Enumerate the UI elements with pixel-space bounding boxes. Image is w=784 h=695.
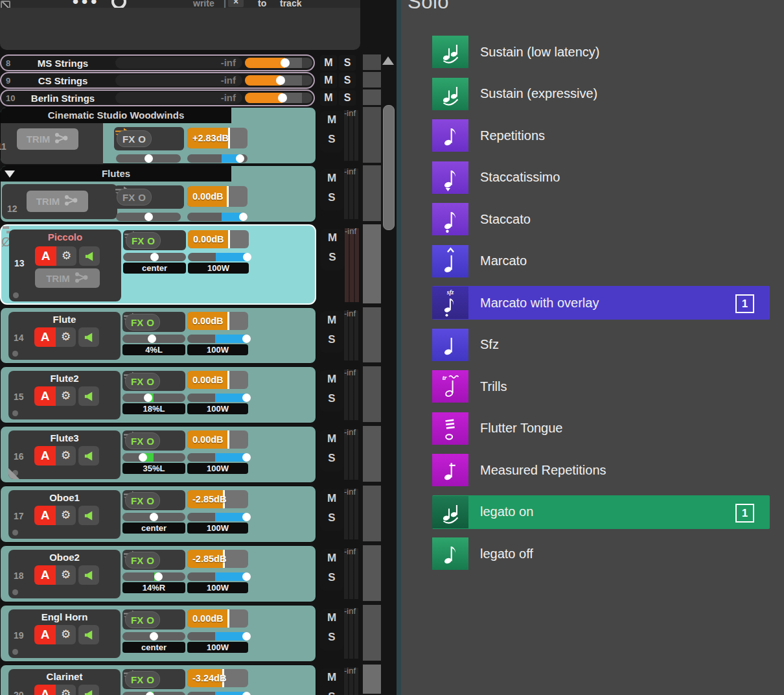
track-panel[interactable]: Oboe218A⚙FXO-2.85dB14%R100WMS-inf <box>0 545 316 602</box>
edit-icon[interactable] <box>1 1 10 8</box>
volume-field[interactable]: 0.00dB <box>187 312 248 330</box>
track-name[interactable]: Berlin Strings <box>12 93 114 104</box>
solo-button[interactable]: S <box>320 191 343 204</box>
width-slider[interactable] <box>187 213 248 221</box>
solo-button[interactable]: S <box>320 571 343 584</box>
articulation-item[interactable]: Measured Repetitions <box>432 453 770 487</box>
pan-slider[interactable] <box>122 453 185 462</box>
volume-field[interactable]: -2.85dB <box>187 490 248 508</box>
fx-button[interactable]: FXO <box>125 432 160 449</box>
fx-button[interactable]: FXO <box>125 671 160 688</box>
mute-button[interactable]: M <box>320 611 343 624</box>
monitor-speaker-icon[interactable] <box>78 685 99 695</box>
mute-button[interactable]: M <box>320 113 343 126</box>
track-name-panel[interactable]: Piccolo13A⚙TRIM <box>9 230 121 301</box>
width-slider[interactable] <box>187 572 248 581</box>
mute-button[interactable]: M <box>320 492 343 505</box>
track-folder-header[interactable]: Cinematic Studio Woodwinds <box>1 108 231 123</box>
record-arm-button[interactable]: A <box>35 246 56 266</box>
trim-envelope-button[interactable]: TRIM <box>35 268 100 288</box>
gear-icon[interactable]: ⚙ <box>56 327 76 347</box>
solo-button[interactable]: S <box>320 333 343 346</box>
width-slider[interactable] <box>187 632 248 641</box>
volume-slider[interactable] <box>245 93 312 103</box>
ellipsis-icon[interactable]: ••• <box>73 0 100 8</box>
monitor-speaker-icon[interactable] <box>78 625 99 644</box>
panel-divider[interactable] <box>397 0 401 695</box>
gear-icon[interactable]: ⚙ <box>56 386 76 406</box>
volume-value-field[interactable]: -inf <box>115 92 242 104</box>
volume-value-field[interactable]: -inf <box>115 57 242 69</box>
track-panel[interactable]: Flutes12TRIMFXO0.00dBMS-inf <box>0 165 316 222</box>
volume-field[interactable]: 0.00dB <box>187 371 248 389</box>
articulation-item[interactable]: Marcato <box>432 244 770 278</box>
gear-icon[interactable]: ⚙ <box>56 506 76 525</box>
volume-field[interactable]: -2.85dB <box>187 550 248 568</box>
pan-slider[interactable] <box>123 253 186 261</box>
width-slider[interactable] <box>187 692 248 695</box>
gear-icon[interactable]: ⚙ <box>56 446 76 465</box>
record-arm-button[interactable]: A <box>34 446 56 465</box>
mute-button[interactable]: M <box>320 73 337 88</box>
track-panel[interactable]: Oboe117A⚙FXO-2.85dBcenter100WMS-inf <box>0 486 316 543</box>
volume-field[interactable]: 0.00dB <box>187 609 248 628</box>
solo-button[interactable]: S <box>320 392 343 405</box>
trim-envelope-button[interactable]: TRIM <box>17 128 78 150</box>
solo-button[interactable]: S <box>339 90 356 106</box>
volume-field[interactable]: 0.00dB <box>187 430 248 449</box>
volume-slider[interactable] <box>245 58 312 68</box>
write-label[interactable]: write <box>193 0 214 8</box>
trim-envelope-button[interactable]: TRIM <box>27 191 88 212</box>
fx-button[interactable]: FXO <box>126 232 161 249</box>
mute-button[interactable]: M <box>320 55 337 71</box>
articulation-item[interactable]: legato on1 <box>432 495 770 529</box>
fx-button[interactable]: FXO <box>125 492 160 509</box>
pan-slider[interactable] <box>122 692 185 695</box>
mute-button[interactable]: M <box>320 671 343 684</box>
pan-slider[interactable] <box>122 572 185 581</box>
articulation-item[interactable]: Flutter Tongue <box>432 412 770 445</box>
gear-icon[interactable]: ⚙ <box>56 685 76 695</box>
fx-button[interactable]: FXO <box>117 130 152 147</box>
record-arm-button[interactable]: A <box>34 327 56 347</box>
track-name-panel[interactable]: Flute316A⚙ <box>8 430 121 479</box>
close-icon[interactable]: × <box>228 0 244 7</box>
articulation-item[interactable]: Sustain (low latency) <box>432 35 770 69</box>
scroll-up-icon[interactable] <box>382 56 394 65</box>
articulation-item[interactable]: sfzMarcato with overlay1 <box>432 286 770 320</box>
track-folder-header[interactable]: Flutes <box>1 166 231 182</box>
track-name-panel[interactable]: Oboe117A⚙ <box>8 490 121 539</box>
monitor-speaker-icon[interactable] <box>78 565 99 585</box>
track-name-panel[interactable]: Flute215A⚙ <box>8 371 121 419</box>
volume-field[interactable]: -3.24dB <box>187 669 248 687</box>
collapse-chevron-icon[interactable] <box>5 171 15 178</box>
pan-slider[interactable] <box>122 335 185 343</box>
track-row-compact[interactable]: 8MS Strings-inf <box>0 54 315 71</box>
track-panel[interactable]: Flute14A⚙FXO0.00dB4%L100WMS-inf <box>0 307 316 364</box>
scrollbar-thumb[interactable] <box>383 105 395 230</box>
pan-slider[interactable] <box>122 632 185 641</box>
solo-button[interactable]: S <box>339 73 356 88</box>
mute-button[interactable]: M <box>320 552 343 565</box>
articulation-item[interactable]: Sustain (expressive) <box>432 77 770 111</box>
monitor-speaker-icon[interactable] <box>78 506 99 525</box>
mute-button[interactable]: M <box>320 90 337 106</box>
gear-icon[interactable]: ⚙ <box>56 625 76 644</box>
mute-button[interactable]: M <box>320 314 343 327</box>
volume-value-field[interactable]: -inf <box>115 75 242 86</box>
pan-slider[interactable] <box>122 394 185 402</box>
solo-button[interactable]: S <box>320 452 343 465</box>
articulation-item[interactable]: Staccatissimo <box>432 161 770 194</box>
monitor-speaker-icon[interactable] <box>79 246 100 266</box>
fx-button[interactable]: FXO <box>125 314 160 331</box>
volume-field[interactable]: 0.00dB <box>187 186 248 207</box>
mute-button[interactable]: M <box>320 373 343 386</box>
volume-field[interactable]: +2.83dB <box>187 128 248 148</box>
record-arm-button[interactable]: A <box>34 386 56 406</box>
solo-button[interactable]: S <box>320 690 343 695</box>
volume-slider[interactable] <box>245 75 312 86</box>
fx-button[interactable]: FXO <box>125 552 160 569</box>
pan-slider[interactable] <box>116 154 181 163</box>
track-panel[interactable]: Flute215A⚙FXO0.00dB18%L100WMS-inf <box>0 366 316 423</box>
monitor-speaker-icon[interactable] <box>78 446 99 465</box>
